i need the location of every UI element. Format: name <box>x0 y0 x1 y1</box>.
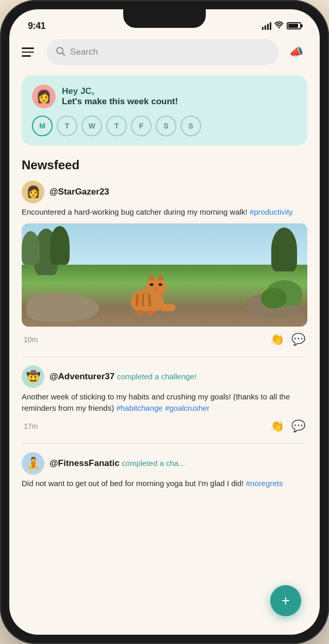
banner-greeting: Hey JC, <box>62 86 178 96</box>
post-footer: 17m 👏 💬 <box>22 420 307 433</box>
comment-button[interactable]: 💬 <box>291 333 305 346</box>
post-username: @Adventurer37 <box>50 372 114 381</box>
post-header: 🧘 @FitnessFanatic completed a cha... <box>22 452 307 475</box>
status-icons <box>262 21 301 30</box>
hashtag: #noregrets <box>246 479 283 488</box>
clap-button[interactable]: 👏 <box>270 420 284 433</box>
post-text: Encountered a hard-working bug catcher d… <box>22 206 307 218</box>
menu-icon <box>22 47 34 49</box>
svg-line-1 <box>62 53 64 55</box>
weekly-banner: 👩 Hey JC, Let's make this week count! M … <box>22 75 307 146</box>
clap-button[interactable]: 👏 <box>270 333 284 346</box>
day-pill-friday[interactable]: F <box>131 116 152 136</box>
table-row: 🧘 @FitnessFanatic completed a cha... Did… <box>22 452 307 490</box>
announce-icon: 📣 <box>289 45 303 59</box>
banner-subtitle: Let's make this week count! <box>62 96 178 107</box>
post-footer: 10m 👏 💬 <box>22 333 307 346</box>
table-row: 🤠 @Adventurer37 completed a challenge! A… <box>22 365 307 433</box>
content-area: Search 📣 👩 Hey JC, Let's make this week … <box>9 37 320 635</box>
svg-point-0 <box>57 47 63 54</box>
signal-bars-icon <box>262 22 271 30</box>
table-row: 👩 @StarGazer23 Encountered a hard-workin… <box>22 181 307 346</box>
day-pills: M T W T F S S <box>32 116 297 136</box>
post-time: 17m <box>24 422 38 430</box>
post-text: Did not want to get out of bed for morni… <box>22 478 307 490</box>
search-placeholder-text: Search <box>70 47 98 57</box>
battery-icon <box>287 22 301 29</box>
post-divider-2 <box>22 443 307 444</box>
search-bar[interactable]: Search <box>46 39 278 65</box>
hashtag: #productivity <box>250 207 293 216</box>
avatar: 🧘 <box>22 452 44 475</box>
hashtag-2: #goalcrusher <box>165 404 210 412</box>
day-pill-thursday[interactable]: T <box>106 116 127 136</box>
post-image <box>22 223 307 327</box>
phone-frame: 9:41 <box>0 0 329 644</box>
user-avatar: 👩 <box>32 85 56 108</box>
announce-button[interactable]: 📣 <box>285 41 307 63</box>
phone-screen: 9:41 <box>9 9 320 635</box>
fab-add-button[interactable]: + <box>270 585 301 616</box>
day-pill-saturday[interactable]: S <box>156 116 176 136</box>
post-divider <box>22 357 307 357</box>
post-header: 👩 @StarGazer23 <box>22 181 307 203</box>
day-pill-tuesday[interactable]: T <box>57 116 77 136</box>
day-pill-monday[interactable]: M <box>32 116 53 136</box>
status-time: 9:41 <box>28 21 45 31</box>
add-icon: + <box>282 593 290 608</box>
hashtag: #habitchange <box>116 404 162 412</box>
day-pill-sunday[interactable]: S <box>180 116 201 136</box>
post-time: 10m <box>24 335 38 344</box>
notch <box>123 9 206 28</box>
search-icon <box>56 46 65 58</box>
post-meta: @FitnessFanatic completed a cha... <box>50 458 185 469</box>
menu-button[interactable] <box>22 43 40 61</box>
post-username: @FitnessFanatic <box>50 458 120 468</box>
post-meta: @Adventurer37 completed a challenge! <box>50 372 196 382</box>
post-action: completed a cha... <box>122 459 185 468</box>
post-username: @StarGazer23 <box>50 187 109 197</box>
day-pill-wednesday[interactable]: W <box>81 116 102 136</box>
avatar: 👩 <box>22 181 44 203</box>
post-action: completed a challenge! <box>117 372 196 381</box>
post-header: 🤠 @Adventurer37 completed a challenge! <box>22 365 307 388</box>
comment-button[interactable]: 💬 <box>291 420 305 433</box>
banner-text: Hey JC, Let's make this week count! <box>62 86 178 107</box>
post-actions: 👏 💬 <box>270 333 305 346</box>
post-meta: @StarGazer23 <box>50 187 109 197</box>
post-text: Another week of sticking to my habits an… <box>22 391 307 414</box>
newsfeed-title: Newsfeed <box>22 158 307 172</box>
post-actions: 👏 💬 <box>270 420 305 433</box>
toolbar: Search 📣 <box>22 37 307 65</box>
cat-scene <box>22 223 307 327</box>
banner-top: 👩 Hey JC, Let's make this week count! <box>32 85 297 108</box>
wifi-icon <box>274 21 284 30</box>
avatar: 🤠 <box>22 365 44 388</box>
